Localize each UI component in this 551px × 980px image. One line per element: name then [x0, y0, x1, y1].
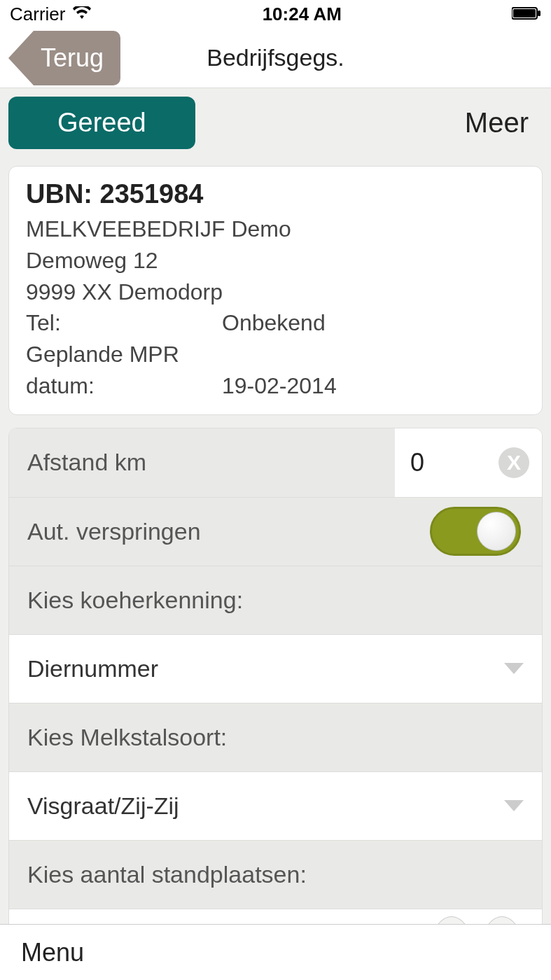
stepper-plus-button[interactable]: +	[480, 916, 524, 924]
nav-bar: Terug Bedrijfsgegs.	[0, 28, 551, 88]
content-area: Gereed Meer UBN: 2351984 MELKVEEBEDRIJF …	[0, 88, 551, 924]
back-label: Terug	[34, 31, 120, 85]
settings-card: Afstand km 0 X Aut. verspringen Kies koe…	[8, 428, 543, 924]
toggle-wrap	[430, 507, 542, 556]
company-postal: 9999 XX Demodorp	[26, 276, 525, 308]
mpr-label1: Geplande MPR	[26, 339, 222, 370]
standplaatsen-label: Kies aantal standplaatsen:	[9, 861, 542, 888]
row-standplaatsen-label: Kies aantal standplaatsen:	[9, 841, 542, 909]
toggle-knob	[477, 512, 516, 551]
action-row: Gereed Meer	[8, 97, 543, 149]
koeherkenning-label: Kies koeherkenning:	[9, 587, 542, 614]
row-koeherkenning-label: Kies koeherkenning:	[9, 566, 542, 635]
battery-icon	[512, 4, 541, 25]
stepper-minus-button[interactable]: −	[430, 916, 473, 924]
row-afstand: Afstand km 0 X	[9, 428, 542, 498]
status-right	[512, 4, 541, 25]
chevron-down-icon	[504, 663, 524, 674]
melkstalsoort-select[interactable]: Visgraat/Zij-Zij	[9, 772, 542, 841]
status-left: Carrier	[10, 4, 92, 25]
wifi-icon	[72, 4, 92, 25]
aut-verspringen-toggle[interactable]	[430, 507, 521, 556]
row-melkstalsoort-label: Kies Melkstalsoort:	[9, 704, 542, 772]
row-aut-verspringen: Aut. verspringen	[9, 498, 542, 566]
afstand-label: Afstand km	[9, 428, 395, 497]
afstand-input[interactable]: 0 X	[395, 428, 542, 497]
gereed-button[interactable]: Gereed	[8, 97, 195, 149]
carrier-label: Carrier	[10, 4, 65, 25]
koeherkenning-value: Diernummer	[27, 655, 504, 682]
svg-rect-1	[513, 9, 536, 18]
meer-button[interactable]: Meer	[451, 107, 543, 139]
menu-button[interactable]: Menu	[21, 938, 84, 967]
mpr-label2: datum:	[26, 370, 222, 402]
back-button[interactable]: Terug	[8, 31, 120, 85]
mpr-row1: Geplande MPR	[26, 339, 525, 370]
clear-icon[interactable]: X	[498, 447, 529, 478]
tel-label: Tel:	[26, 307, 222, 339]
standplaatsen-value: 8	[27, 920, 423, 924]
svg-rect-2	[538, 10, 540, 16]
company-name: MELKVEEBEDRIJF Demo	[26, 214, 525, 245]
tel-value: Onbekend	[222, 307, 525, 339]
afstand-value: 0	[410, 448, 489, 477]
company-address: Demoweg 12	[26, 245, 525, 276]
melkstalsoort-value: Visgraat/Zij-Zij	[27, 792, 504, 820]
company-card: UBN: 2351984 MELKVEEBEDRIJF Demo Demoweg…	[8, 166, 543, 415]
tel-row: Tel: Onbekend	[26, 307, 525, 339]
ubn-value: 2351984	[100, 179, 204, 209]
koeherkenning-select[interactable]: Diernummer	[9, 635, 542, 704]
aut-verspringen-label: Aut. verspringen	[9, 518, 430, 545]
chevron-down-icon	[504, 800, 524, 811]
ubn-label: UBN:	[26, 179, 92, 209]
back-arrow-icon	[8, 31, 34, 85]
melkstalsoort-label: Kies Melkstalsoort:	[9, 724, 542, 751]
ubn-line: UBN: 2351984	[26, 179, 525, 209]
mpr-date: 19-02-2014	[222, 370, 525, 402]
standplaatsen-stepper: 8 − +	[9, 909, 542, 924]
status-bar: Carrier 10:24 AM	[0, 0, 551, 28]
mpr-row2: datum: 19-02-2014	[26, 370, 525, 402]
footer: Menu	[0, 924, 551, 980]
status-time: 10:24 AM	[263, 4, 342, 25]
